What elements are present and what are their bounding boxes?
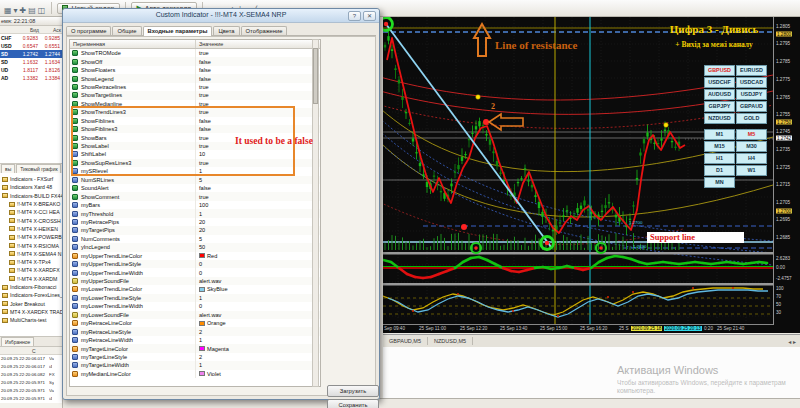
parameter-row[interactable]: myRetraceLineStyle 2 xyxy=(70,327,320,335)
navigator-item[interactable]: Indicators Xard 48 xyxy=(0,183,62,191)
navigator-item[interactable]: !!-MT4 X-CCI HEA xyxy=(0,208,62,216)
parameter-row[interactable]: ShowRetracelines true xyxy=(70,83,320,91)
timeframe-button[interactable]: H4 xyxy=(736,153,767,164)
parameter-row[interactable]: SoundAlert false xyxy=(70,184,320,192)
timeframe-button[interactable]: W1 xyxy=(736,165,767,176)
parameter-row[interactable]: yIncLegend 50 xyxy=(70,243,320,251)
pair-button[interactable]: USDJPY xyxy=(736,89,767,100)
parameter-row[interactable]: myMedianLineColor Violet xyxy=(70,370,320,378)
navigator-item[interactable]: Indicators-Fibonacci xyxy=(0,283,62,291)
parameter-row[interactable]: myTargetLineColor Magenta xyxy=(70,344,320,352)
toolbar-icon[interactable]: ◫ xyxy=(37,5,47,16)
market-watch-row[interactable]: UD 1.8117 1.8126 xyxy=(0,66,62,74)
load-button[interactable]: Загрузить xyxy=(327,385,379,397)
navigator-item[interactable]: !!-MT4 X-SEMA4 N xyxy=(0,250,62,258)
scrollbar[interactable] xyxy=(312,39,319,387)
market-watch-row[interactable]: SD 1.1632 1.1634 xyxy=(0,58,62,66)
pair-button[interactable]: GOLD xyxy=(736,113,767,124)
timeframe-button[interactable]: M15 xyxy=(704,141,735,152)
toolbar-icon[interactable]: ▾ xyxy=(13,5,19,16)
parameter-row[interactable]: ShowOff false xyxy=(70,57,320,65)
parameter-row[interactable]: myRetraceLineWidth 1 xyxy=(70,336,320,344)
pair-button[interactable]: GBPJPY xyxy=(704,101,735,112)
dialog-tab[interactable]: Общие xyxy=(112,26,141,35)
timeframe-button[interactable]: M30 xyxy=(736,141,767,152)
navigator-item[interactable]: MultiCharts-test xyxy=(0,316,62,324)
parameter-row[interactable]: ShowSupResLines3 true xyxy=(70,159,320,167)
parameter-row[interactable]: ShowComment true xyxy=(70,192,320,200)
market-watch-row[interactable]: USD 0.6547 0.6551 xyxy=(0,42,62,50)
parameter-row[interactable]: ShiftLabel 10 xyxy=(70,150,320,158)
market-watch-row[interactable]: SD 1.2742 1.2744 xyxy=(0,50,62,58)
parameter-row[interactable]: myTargetLineStyle 2 xyxy=(70,353,320,361)
parameter-row[interactable]: myLowerTrendLineWidth 0 xyxy=(70,302,320,310)
navigator-item[interactable]: !!-MT4 X-HEIKEN xyxy=(0,225,62,233)
parameter-row[interactable]: mySRlevel 1 xyxy=(70,167,320,175)
dialog-tab[interactable]: Отображение xyxy=(241,26,288,35)
scrollbar-thumb[interactable] xyxy=(313,48,318,104)
navigator-item[interactable]: !!-MT4 X-XARDFX xyxy=(0,266,62,274)
parameter-row[interactable]: myLowerTrendLineStyle 1 xyxy=(70,294,320,302)
parameter-row[interactable]: ShowFiblines false xyxy=(70,117,320,125)
chart-tab[interactable]: GBPAUD,M5 xyxy=(383,337,428,345)
navigator-item[interactable]: !!-MT4 X-XARDM xyxy=(0,275,62,283)
parameter-row[interactable]: myLowerTrendLineColor SkyBlue xyxy=(70,285,320,293)
parameter-row[interactable]: ShowTROMode true xyxy=(70,49,320,57)
parameter-row[interactable]: myUpperTrendLineWidth 0 xyxy=(70,268,320,276)
parameter-row[interactable]: myTargetLineWidth 1 xyxy=(70,361,320,369)
parameter-row[interactable]: myTargetPips 20 xyxy=(70,226,320,234)
navigator-item[interactable]: !!-MT4 X-RSIOMA xyxy=(0,241,62,249)
pair-button[interactable]: AUDUSD xyxy=(704,89,735,100)
tab-symbols[interactable]: вы xyxy=(1,164,15,173)
navigator-item[interactable]: !!-MT4 X-CROSSH xyxy=(0,216,62,224)
dialog-tab[interactable]: О программе xyxy=(66,26,111,35)
pair-button[interactable]: USDCHF xyxy=(704,77,735,88)
parameter-row[interactable]: myUpperTrendLineStyle 0 xyxy=(70,260,320,268)
parameter-row[interactable]: NumComments 5 xyxy=(70,235,320,243)
toolbar-icon[interactable]: ✚ xyxy=(19,5,28,16)
navigator-item[interactable]: !!-MT4 X-TPx4 xyxy=(0,258,62,266)
dialog-tab[interactable]: Входные параметры xyxy=(143,26,213,36)
navigator-item[interactable]: Indicators-BUILD FX44 xyxy=(0,192,62,200)
parameter-row[interactable]: ShowTargetlines true xyxy=(70,91,320,99)
timeframe-button[interactable]: H1 xyxy=(704,153,735,164)
parameter-row[interactable]: ShowFloaters false xyxy=(70,66,320,74)
parameter-row[interactable]: NumSRLines 5 xyxy=(70,176,320,184)
market-watch-row[interactable]: AD 1.3382 1.3384 xyxy=(0,74,62,82)
pair-button[interactable]: NZDUSD xyxy=(704,113,735,124)
market-watch-row[interactable]: CHF 0.9283 0.9285 xyxy=(0,34,62,42)
pair-button[interactable]: GBPUSD xyxy=(704,65,735,76)
timeframe-button[interactable]: M1 xyxy=(704,129,735,140)
navigator-item[interactable]: Joker Breakout xyxy=(0,299,62,307)
toolbar-icon[interactable]: ▦ xyxy=(3,5,13,16)
parameter-row[interactable]: ShowTrendLines3 true xyxy=(70,108,320,116)
tab-favorites[interactable]: Избранное xyxy=(1,337,34,346)
tab-tick-chart[interactable]: Тиковый график xyxy=(16,164,61,173)
parameter-row[interactable]: ShowMedianline true xyxy=(70,100,320,108)
navigator-item[interactable]: Indicators - FXSurf xyxy=(0,175,62,183)
pair-button[interactable]: EURUSD xyxy=(736,65,767,76)
parameter-row[interactable]: myRetraceLineColor Orange xyxy=(70,319,320,327)
parameter-row[interactable]: myLowerSoundFile alert.wav xyxy=(70,311,320,319)
navigator-item[interactable]: !!-MT4 X-POWERB xyxy=(0,233,62,241)
parameter-row[interactable]: myUpperTrendLineColor Red xyxy=(70,252,320,260)
dialog-tab[interactable]: Цвета xyxy=(213,26,239,35)
navigator-item[interactable]: Indicators-ForexLines_ xyxy=(0,291,62,299)
pair-button[interactable]: USDCAD xyxy=(736,77,767,88)
tab-scroll-arrows[interactable]: ◂ ▸ xyxy=(788,338,800,345)
timeframe-button[interactable]: M5 xyxy=(736,129,767,140)
timeframe-button[interactable]: D1 xyxy=(704,165,735,176)
navigator-item[interactable]: MT4 X-XARDFX TRADI xyxy=(0,308,62,316)
help-button[interactable]: ? xyxy=(348,11,361,21)
parameter-row[interactable]: myUpperSoundFile alert.wav xyxy=(70,277,320,285)
dialog-title-bar[interactable]: Custom Indicator - !!!-MT4 X-SEMA4 NRP ?… xyxy=(63,9,379,23)
close-icon[interactable]: ✕ xyxy=(363,11,376,21)
parameter-row[interactable]: ShowFiblines3 false xyxy=(70,125,320,133)
chart-tab[interactable]: NZDUSD,M5 xyxy=(428,337,473,345)
parameter-row[interactable]: myBars 100 xyxy=(70,201,320,209)
parameter-row[interactable]: myRetracePips 20 xyxy=(70,218,320,226)
navigator-item[interactable]: !!-MT4 X-BREAKO xyxy=(0,200,62,208)
parameter-row[interactable]: ShowLegend false xyxy=(70,74,320,82)
save-button[interactable]: Сохранить xyxy=(327,399,379,408)
chart-area[interactable]: Цифра 3 - Дивись + Вихід за межі каналу … xyxy=(383,17,800,333)
